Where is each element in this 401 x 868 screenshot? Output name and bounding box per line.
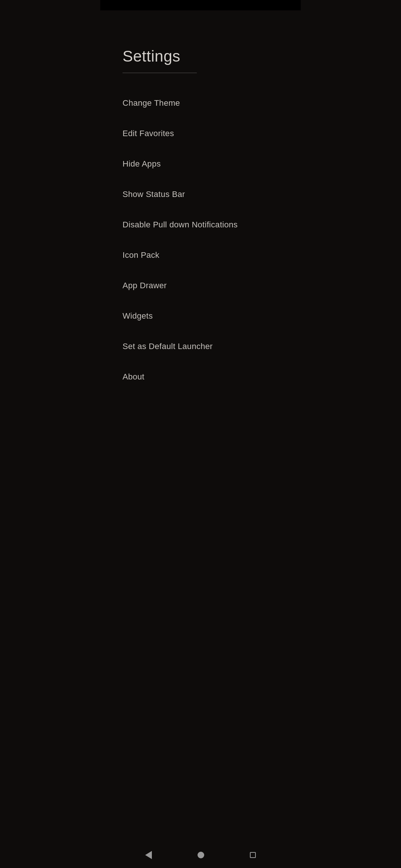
- recents-button[interactable]: [246, 848, 260, 862]
- menu-item-show-status-bar[interactable]: Show Status Bar: [123, 179, 278, 210]
- recent-icon: [250, 852, 256, 858]
- back-button[interactable]: [141, 847, 156, 863]
- menu-item-change-theme[interactable]: Change Theme: [123, 88, 278, 118]
- menu-item-app-drawer[interactable]: App Drawer: [123, 270, 278, 301]
- home-icon: [198, 852, 204, 858]
- menu-item-disable-pull-down-notifications[interactable]: Disable Pull down Notifications: [123, 210, 278, 240]
- menu-item-set-as-default-launcher[interactable]: Set as Default Launcher: [123, 331, 278, 362]
- settings-menu: Change ThemeEdit FavoritesHide AppsShow …: [123, 88, 278, 392]
- main-content: Settings Change ThemeEdit FavoritesHide …: [100, 10, 301, 842]
- menu-item-icon-pack[interactable]: Icon Pack: [123, 240, 278, 270]
- home-button[interactable]: [194, 848, 208, 862]
- page-title: Settings: [123, 47, 278, 65]
- navigation-bar: [100, 842, 301, 868]
- menu-item-edit-favorites[interactable]: Edit Favorites: [123, 118, 278, 149]
- menu-item-about[interactable]: About: [123, 362, 278, 392]
- menu-item-widgets[interactable]: Widgets: [123, 301, 278, 331]
- menu-item-hide-apps[interactable]: Hide Apps: [123, 149, 278, 179]
- back-icon: [145, 851, 152, 859]
- title-divider: [123, 73, 197, 73]
- status-bar: [100, 0, 301, 10]
